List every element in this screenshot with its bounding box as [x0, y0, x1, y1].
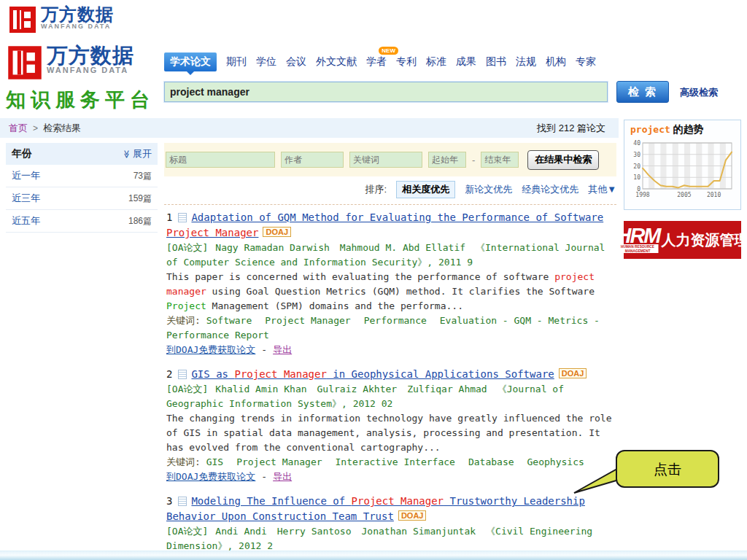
tab-academic-paper[interactable]: 学术论文 — [164, 52, 217, 71]
search-button[interactable]: 检 索 — [616, 81, 669, 103]
oa-tag: [OA论文] — [166, 242, 208, 253]
start-year-input[interactable] — [428, 152, 466, 168]
document-icon — [178, 497, 187, 506]
sort-newest-option[interactable]: 新论文优先 — [465, 183, 512, 196]
logo-cn-text: 万方数据 — [41, 6, 114, 23]
trend-term: project — [630, 124, 670, 135]
doaj-fulltext-link[interactable]: 到DOAJ免费获取论文 — [166, 344, 255, 355]
trend-suffix: 的趋势 — [673, 123, 703, 135]
result-meta: [OA论文]Andi AndiHerry SantosoJonathan Sim… — [166, 524, 616, 553]
document-icon — [178, 370, 187, 379]
tab-standard[interactable]: 标准 — [426, 55, 446, 69]
year-filter-row: 近一年 73篇 — [6, 165, 158, 187]
keywords-line: 关键词: GISProject ManagerInteractive Inter… — [166, 455, 616, 470]
tab-regulation[interactable]: 法规 — [516, 55, 536, 69]
hrm-ad-text: 人力资源管理 — [662, 230, 747, 250]
platform-title: 知识服务平台 — [6, 87, 155, 113]
result-title-line: 3Modeling The Influence of Project Manag… — [166, 494, 616, 524]
tab-foreign-literature[interactable]: 外文文献 — [316, 55, 357, 69]
keyword-link[interactable]: Project Manager — [236, 456, 322, 467]
doaj-fulltext-link[interactable]: 到DOAJ免费获取论文 — [166, 471, 255, 482]
svg-text:30: 30 — [633, 152, 640, 158]
svg-text:1998: 1998 — [635, 192, 649, 198]
keyword-filter-input[interactable] — [349, 152, 422, 168]
author: Nagy Ramadan Darwish — [215, 242, 330, 253]
result-number: 3 — [166, 495, 172, 507]
filter-last-3-years-link[interactable]: 近三年 — [12, 192, 40, 205]
author-filter-input[interactable] — [281, 152, 344, 168]
results-list: 1Adaptation of GQM Method for Evaluating… — [166, 210, 616, 560]
results-divider — [164, 204, 616, 205]
oa-tag: [OA论文] — [166, 526, 208, 537]
abstract-text: The changing trends in information techn… — [166, 413, 611, 453]
tab-journal[interactable]: 期刊 — [226, 55, 247, 69]
hrm-subtext: HUMAN RESOURCE MANAGEMENT — [617, 244, 659, 253]
tab-conference[interactable]: 会议 — [286, 55, 306, 69]
trend-header: project 的趋势 — [624, 120, 740, 138]
author: Herry Santoso — [277, 526, 352, 537]
keywords-line: 关键词: SoftwareProject ManagerPerformanceE… — [166, 314, 616, 343]
search-input[interactable] — [164, 82, 608, 102]
tab-degree[interactable]: 学位 — [256, 55, 276, 69]
filter-count: 186篇 — [128, 215, 152, 228]
tab-book[interactable]: 图书 — [486, 55, 506, 69]
filter-last-5-years-link[interactable]: 近五年 — [12, 214, 40, 228]
oa-tag: [OA论文] — [166, 384, 208, 394]
svg-text:40: 40 — [633, 140, 640, 147]
tab-patent[interactable]: 专利 — [396, 55, 417, 69]
year-filter-row: 近五年 186篇 — [6, 210, 158, 233]
abstract-text: using Goal Question Metrics (GQM) method… — [206, 286, 595, 297]
sort-relevance-option[interactable]: 相关度优先 — [396, 181, 455, 198]
year-filter-title: 年份 — [12, 147, 32, 160]
year-range-dash: - — [472, 155, 475, 166]
advanced-search-link[interactable]: 高级检索 — [680, 86, 718, 99]
new-badge: NEW — [379, 47, 398, 55]
filter-count: 73篇 — [133, 170, 152, 182]
filter-last-1-year-link[interactable]: 近一年 — [12, 169, 40, 182]
tab-achievement[interactable]: 成果 — [456, 55, 476, 69]
abstract-highlight: Project — [166, 300, 206, 311]
keyword-link[interactable]: Performance — [364, 315, 427, 326]
end-year-input[interactable] — [481, 152, 519, 168]
trend-line-chart: 010203040199820052010 — [628, 138, 737, 211]
title-filter-input[interactable] — [166, 152, 275, 168]
sort-classic-option[interactable]: 经典论文优先 — [522, 183, 578, 196]
sort-bar: 排序: 相关度优先 新论文优先 经典论文优先 其他▼ — [164, 181, 616, 198]
doaj-badge: DOAJ — [263, 227, 291, 237]
title-highlight: Project Manager — [234, 368, 326, 380]
export-link[interactable]: 导出 — [273, 471, 292, 482]
author: Zulfiqar Ahmad — [407, 384, 487, 394]
result-title-line: 2GIS as Project Manager in Geophysical A… — [166, 367, 616, 382]
title-highlight: Project Manager — [166, 227, 258, 238]
result-title-link[interactable]: Modeling The Influence of Project Manage… — [166, 495, 585, 522]
tab-scholar[interactable]: 学者NEW — [366, 55, 387, 69]
result-title-link[interactable]: Adaptation of GQM Method for Evaluating … — [166, 211, 603, 238]
export-link[interactable]: 导出 — [273, 344, 292, 355]
title-text: GIS as — [191, 368, 234, 380]
document-icon — [178, 213, 187, 222]
keyword-link[interactable]: GIS — [206, 456, 223, 467]
hrm-ad-banner[interactable]: HRMHUMAN RESOURCE MANAGEMENT 人力资源管理 — [624, 221, 741, 259]
keyword-link[interactable]: Interactive Interface — [336, 456, 455, 467]
sort-other-dropdown[interactable]: 其他▼ — [588, 183, 616, 196]
breadcrumb-separator: > — [33, 123, 38, 133]
doaj-badge: DOAJ — [398, 510, 427, 521]
dropdown-arrow-icon: ▼ — [607, 184, 616, 195]
keyword-link[interactable]: Project Manager — [265, 315, 350, 326]
svg-text:2010: 2010 — [707, 192, 721, 198]
keyword-link[interactable]: Software — [206, 315, 252, 326]
trend-chart-svg: 010203040199820052010 — [628, 138, 736, 209]
result-title-link[interactable]: GIS as Project Manager in Geophysical Ap… — [191, 368, 554, 380]
author: Andi Andi — [215, 526, 266, 537]
expand-toggle[interactable]: ≫展开 — [123, 147, 152, 160]
breadcrumb-current: 检索结果 — [43, 122, 81, 135]
keyword-link[interactable]: Database — [468, 456, 514, 467]
title-highlight: Project Manager — [352, 495, 444, 507]
tab-expert[interactable]: 专家 — [576, 55, 596, 69]
svg-text:10: 10 — [633, 174, 640, 181]
logo-en-text: WANFANG DATA — [41, 23, 114, 30]
tab-institution[interactable]: 机构 — [546, 55, 566, 69]
search-in-results-button[interactable]: 在结果中检索 — [527, 150, 599, 170]
result-count: 找到 212 篇论文 — [537, 122, 605, 135]
breadcrumb-home-link[interactable]: 首页 — [9, 122, 28, 135]
